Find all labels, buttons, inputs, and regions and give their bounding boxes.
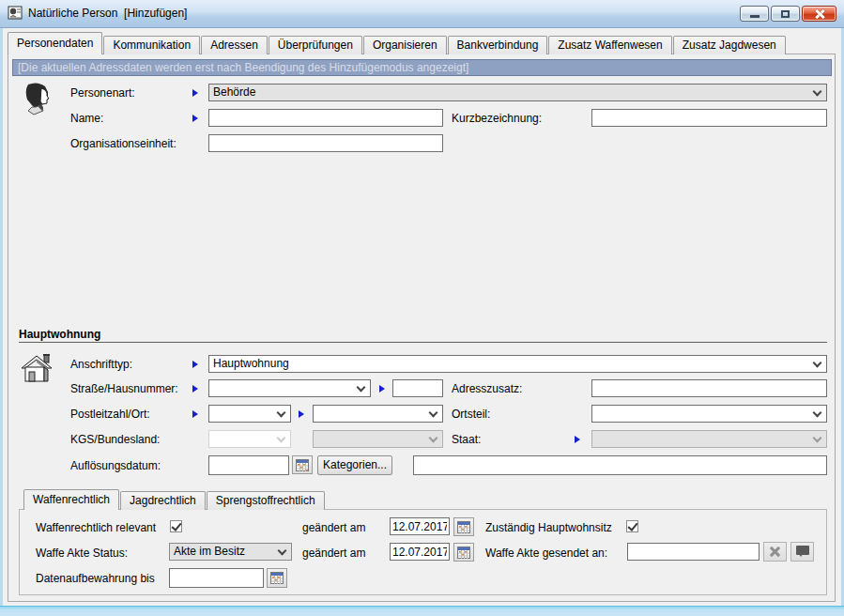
tab-organisieren[interactable]: Organisieren — [363, 36, 447, 54]
strasse-label: Straße/Hausnummer: — [70, 380, 178, 397]
plz-label: Postleitzahl/Ort: — [70, 406, 150, 423]
ort-select[interactable] — [313, 405, 443, 423]
titlebar[interactable]: Natürliche Person [Hinzufügen] — [0, 0, 844, 28]
waffe-akte-status-value: Akte im Besitz — [174, 545, 245, 558]
required-marker — [192, 115, 198, 122]
speech-bubble-icon — [796, 546, 809, 555]
required-marker — [575, 436, 580, 443]
geaendert-am-date-1[interactable] — [390, 517, 450, 535]
calendar-icon — [296, 459, 309, 471]
calendar-icon — [457, 547, 470, 559]
personenart-label: Personenart: — [70, 85, 135, 101]
kurzbezeichnung-label: Kurzbezeichnung: — [452, 110, 542, 127]
datenaufbewahrung-calendar-button[interactable] — [267, 568, 287, 588]
bundesland-select — [313, 430, 443, 448]
anschrifttyp-label: Anschrifttyp: — [70, 356, 132, 373]
chevron-down-icon — [278, 547, 287, 556]
personenart-select[interactable]: Behörde — [208, 84, 827, 101]
chevron-down-icon — [813, 359, 822, 368]
maximize-icon — [781, 10, 790, 18]
datenaufbewahrung-label: Datenaufbewahrung bis — [36, 570, 155, 587]
datenaufbewahrung-input[interactable] — [169, 568, 264, 588]
tab-adressen[interactable]: Adressen — [201, 36, 268, 54]
plz-select[interactable] — [208, 405, 291, 423]
x-mark-icon — [769, 546, 781, 558]
tab-jagdrechtlich[interactable]: Jagdrechtlich — [120, 491, 206, 510]
clear-button[interactable] — [763, 542, 787, 562]
chevron-down-icon — [357, 383, 366, 393]
close-button[interactable] — [802, 6, 836, 22]
tab-bankverbindung[interactable]: Bankverbindung — [448, 36, 548, 54]
hausnummer-input[interactable] — [392, 379, 443, 397]
required-marker — [192, 361, 198, 368]
chevron-down-icon — [277, 408, 286, 418]
main-tabstrip: Personendaten Kommunikation Adressen Übe… — [8, 32, 787, 54]
anschrifttyp-select[interactable]: Hauptwohnung — [208, 355, 827, 373]
waffe-akte-gesendet-label: Waffe Akte gesendet an: — [485, 545, 607, 562]
chevron-down-icon — [429, 434, 438, 443]
minimize-button[interactable] — [740, 6, 769, 22]
close-icon — [814, 8, 825, 20]
geaendert-am-calendar-button-2[interactable] — [453, 543, 474, 562]
notice-bar: [Die aktuellen Adressdaten werden erst n… — [12, 59, 832, 76]
required-marker — [299, 410, 304, 418]
strasse-select[interactable] — [208, 379, 371, 397]
tab-kommunikation[interactable]: Kommunikation — [103, 36, 200, 54]
waffe-akte-gesendet-input[interactable] — [627, 543, 760, 561]
tab-waffenrechtlich[interactable]: Waffenrechtlich — [23, 489, 119, 510]
kgs-select — [208, 430, 291, 448]
calendar-icon — [270, 572, 284, 584]
anschrifttyp-value: Hauptwohnung — [213, 357, 289, 370]
chevron-down-icon — [813, 434, 822, 443]
comment-button[interactable] — [790, 542, 814, 562]
geaendert-am-label-2: geändert am — [302, 545, 365, 562]
house-icon — [21, 353, 54, 385]
organisationseinheit-label: Organisationseinheit: — [70, 135, 176, 152]
hauptwohnung-heading: Hauptwohnung — [19, 328, 100, 341]
staat-select — [591, 430, 827, 448]
maximize-button[interactable] — [771, 6, 800, 22]
chevron-down-icon — [813, 87, 822, 97]
geaendert-am-label-1: geändert am — [302, 519, 365, 536]
ortsteil-select[interactable] — [591, 405, 827, 423]
required-marker — [192, 385, 198, 393]
person-icon — [23, 83, 56, 118]
adresszusatz-input[interactable] — [591, 379, 827, 397]
tab-sprengstoffrechtlich[interactable]: Sprengstoffrechtlich — [207, 491, 325, 510]
dialog-window: Natürliche Person [Hinzufügen] Personend… — [0, 0, 844, 616]
legal-tabstrip: Waffenrechtlich Jagdrechtlich Sprengstof… — [23, 489, 326, 510]
name-input[interactable] — [208, 109, 443, 127]
kategorien-button[interactable]: Kategorien... — [317, 455, 392, 475]
zustaendig-hauptwohnsitz-label: Zuständig Hauptwohnsitz — [485, 519, 612, 536]
kurzbezeichnung-input[interactable] — [591, 109, 827, 127]
tab-zusatz-jagdwesen[interactable]: Zusatz Jagdwesen — [673, 36, 786, 54]
required-marker — [192, 410, 198, 418]
geaendert-am-date-2[interactable] — [390, 543, 450, 561]
geaendert-am-calendar-button-1[interactable] — [453, 517, 474, 536]
chevron-down-icon — [429, 408, 438, 418]
chevron-down-icon — [277, 434, 286, 443]
calendar-icon — [457, 521, 470, 533]
tab-personendaten[interactable]: Personendaten — [8, 32, 102, 54]
required-marker — [192, 89, 198, 97]
adresszusatz-label: Adresszusatz: — [452, 380, 522, 397]
kgs-label: KGS/Bundesland: — [70, 431, 160, 448]
aufloesungsdatum-input[interactable] — [208, 455, 289, 475]
app-icon — [8, 6, 23, 22]
ortsteil-label: Ortsteil: — [452, 406, 490, 423]
name-label: Name: — [70, 110, 103, 127]
chevron-down-icon — [813, 408, 822, 418]
tab-ueberpruefungen[interactable]: Überprüfungen — [269, 36, 362, 54]
personenart-value: Behörde — [213, 85, 255, 99]
window-border-bottom — [0, 606, 844, 616]
organisationseinheit-input[interactable] — [208, 134, 443, 152]
staat-label: Staat: — [452, 431, 481, 448]
zustaendig-hauptwohnsitz-checkbox[interactable] — [626, 520, 638, 532]
waffenrechtlich-relevant-checkbox[interactable] — [170, 520, 182, 532]
tab-zusatz-waffenwesen[interactable]: Zusatz Waffenwesen — [548, 36, 671, 54]
waffenrechtlich-relevant-label: Waffenrechtlich relevant — [36, 519, 156, 536]
waffe-akte-status-select[interactable]: Akte im Besitz — [169, 543, 292, 561]
window-border-left — [0, 28, 3, 606]
kategorien-input[interactable] — [413, 455, 827, 475]
aufloesungsdatum-calendar-button[interactable] — [292, 455, 313, 474]
